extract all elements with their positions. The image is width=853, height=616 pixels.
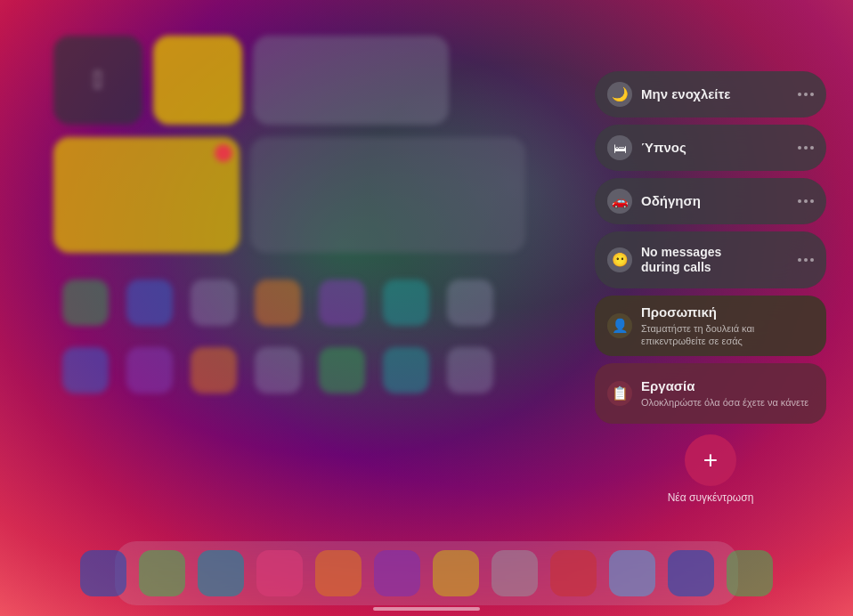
- bed-icon: 🛏: [607, 135, 632, 160]
- more-dots-icon[interactable]: [798, 93, 814, 96]
- app-icon: [319, 280, 365, 326]
- focus-item-text: Μην ενοχλείτε: [641, 86, 798, 102]
- app-icon: [319, 347, 365, 393]
- dock-icon[interactable]: [433, 550, 479, 596]
- focus-item-text: Εργασία Ολοκληρώστε όλα όσα έχετε να κάν…: [641, 378, 814, 409]
- app-icon: [383, 280, 429, 326]
- app-icon: [383, 347, 429, 393]
- focus-item-no-messages[interactable]: 😶 No messages during calls: [595, 231, 826, 288]
- person-icon: 👤: [607, 313, 632, 338]
- focus-item-text: Προσωπική Σταματήστε τη δουλειά και επικ…: [641, 304, 814, 348]
- add-focus-label: Νέα συγκέντρωση: [668, 491, 754, 504]
- plus-icon: +: [703, 448, 718, 473]
- focus-item-subtitle: Ολοκληρώστε όλα όσα έχετε να κάνετε: [641, 396, 814, 409]
- app-icon: [62, 347, 109, 393]
- focus-item-label: Προσωπική: [641, 304, 814, 320]
- focus-panel: 🌙 Μην ενοχλείτε 🛏 Ύπνος 🚗 Οδήγηση 😶 No m…: [595, 71, 826, 504]
- more-dots-icon[interactable]: [798, 146, 814, 150]
- red-dot: [215, 144, 232, 162]
- app-icon: [126, 280, 173, 326]
- app-icons-row1: [53, 280, 525, 326]
- dock-icon[interactable]: [374, 550, 420, 596]
- dock-icon[interactable]: [315, 550, 362, 596]
- dock-icon[interactable]: [139, 550, 185, 596]
- dock: [115, 541, 738, 605]
- home-indicator: [373, 607, 480, 611]
- focus-item-driving[interactable]: 🚗 Οδήγηση: [595, 178, 826, 224]
- add-focus-section: + Νέα συγκέντρωση: [595, 431, 826, 504]
- dock-icon[interactable]: [198, 550, 244, 596]
- app-icon: [447, 347, 493, 393]
- focus-item-label: Μην ενοχλείτε: [641, 86, 798, 102]
- widget-wide: [253, 36, 449, 125]
- more-dots-icon[interactable]: [798, 199, 814, 203]
- focus-item-personal[interactable]: 👤 Προσωπική Σταματήστε τη δουλειά και επ…: [595, 296, 826, 356]
- focus-item-text: No messages during calls: [641, 245, 798, 275]
- dock-icon[interactable]: [550, 550, 597, 596]
- app-icon: [447, 280, 493, 326]
- app-icon: [126, 347, 173, 393]
- focus-item-text: Ύπνος: [641, 140, 798, 156]
- more-dots-icon[interactable]: [798, 258, 814, 262]
- app-icon: [191, 280, 237, 326]
- briefcase-icon: 📋: [607, 381, 632, 406]
- focus-item-work[interactable]: 📋 Εργασία Ολοκληρώστε όλα όσα έχετε να κ…: [595, 363, 826, 424]
- focus-item-subtitle: Σταματήστε τη δουλειά και επικεντρωθείτε…: [641, 322, 814, 348]
- app-icons-row2: [53, 347, 525, 393]
- app-icon: [255, 347, 301, 393]
- dock-icon[interactable]: [80, 550, 126, 596]
- widget-sticky: [53, 137, 240, 253]
- focus-item-label: Ύπνος: [641, 140, 798, 156]
- dock-icon[interactable]: [609, 550, 655, 596]
- widget-info: [250, 137, 525, 253]
- car-icon: 🚗: [607, 189, 632, 214]
- dock-icon[interactable]: [668, 550, 714, 596]
- focus-item-sleep[interactable]: 🛏 Ύπνος: [595, 125, 826, 171]
- app-grid-background: : [53, 36, 525, 498]
- focus-item-do-not-disturb[interactable]: 🌙 Μην ενοχλείτε: [595, 71, 826, 118]
- dock-icon[interactable]: [491, 550, 538, 596]
- focus-item-text: Οδήγηση: [641, 193, 798, 209]
- focus-item-label: Οδήγηση: [641, 193, 798, 209]
- app-icon: [191, 347, 237, 393]
- app-icon: [62, 280, 109, 326]
- add-focus-button[interactable]: +: [685, 434, 736, 486]
- focus-item-label: Εργασία: [641, 378, 814, 394]
- dock-icon[interactable]: [256, 550, 303, 596]
- widget-terminal: : [53, 36, 142, 125]
- app-icon: [255, 280, 301, 326]
- moon-icon: 🌙: [607, 82, 632, 107]
- focus-item-label: No messages during calls: [641, 245, 798, 275]
- dock-icon[interactable]: [727, 550, 773, 596]
- no-message-icon: 😶: [607, 247, 632, 272]
- widget-yellow: [153, 36, 242, 125]
